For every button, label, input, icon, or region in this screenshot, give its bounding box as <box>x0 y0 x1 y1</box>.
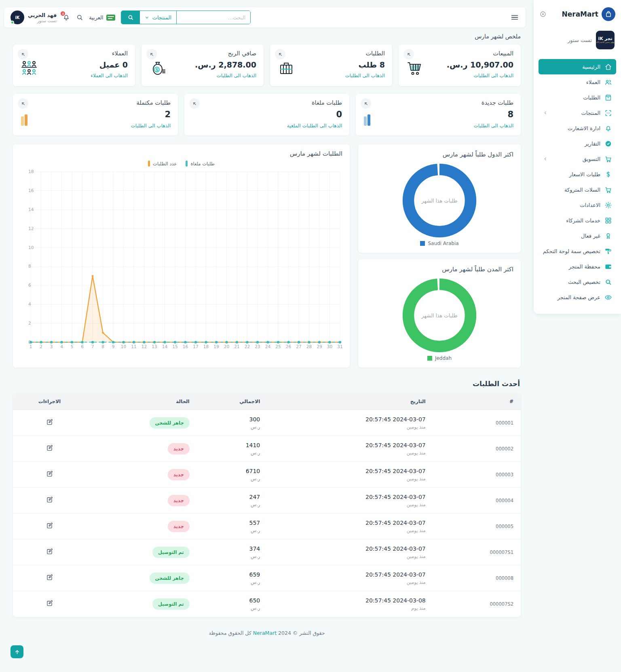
svg-text:9: 9 <box>112 344 115 349</box>
user-menu[interactable]: فهد الحربي تست ستور iK <box>11 11 57 24</box>
edit-order-button[interactable] <box>46 496 53 503</box>
search-category-select[interactable]: المنتجات <box>140 11 177 24</box>
card-title: صافي الربح <box>149 50 256 57</box>
stat-card: طلبات مكتملة 2 الذهاب الى الطلبات <box>13 94 178 135</box>
sidebar-item-9[interactable]: الاعدادات <box>539 197 616 213</box>
global-search-icon[interactable] <box>76 14 83 21</box>
sidebar-item-10[interactable]: خدمات الشركاء <box>539 213 616 228</box>
edit-order-button[interactable] <box>46 522 53 529</box>
card-link[interactable]: الذهاب الى الطلبات <box>363 123 513 129</box>
card-link[interactable]: الذهاب الى الطلبات الملغية <box>192 123 342 129</box>
sidebar-item-2[interactable]: الطلبات <box>539 90 616 105</box>
status-badge: جاهز للشحن <box>150 573 190 584</box>
orders-line-chart: 0246810121416181234567891011121314151617… <box>20 167 342 353</box>
card-title: طلبات ملغاة <box>192 99 342 106</box>
card-expand-button[interactable] <box>361 98 371 109</box>
order-total: 6710 <box>204 468 260 474</box>
brand[interactable]: NeraMart <box>562 7 615 21</box>
order-total: 300 <box>204 416 260 423</box>
edit-order-button[interactable] <box>46 470 53 478</box>
edit-order-button[interactable] <box>46 418 53 426</box>
sidebar-item-11[interactable]: غير فعال <box>539 228 616 243</box>
sidebar-item-7[interactable]: طلبات الاسعار <box>539 167 616 182</box>
scroll-top-button[interactable] <box>11 645 23 658</box>
sidebar-item-8[interactable]: السلات المتروكة <box>539 182 616 197</box>
footer-brand-link[interactable]: NeraMart <box>253 630 277 636</box>
order-date: 2024-03-07 20:57:45 <box>275 494 425 500</box>
sidebar-item-label: تخصيص سمة لوحة التحكم <box>543 248 600 254</box>
order-actions-cell <box>13 565 86 591</box>
sidebar-item-14[interactable]: تخصيص البحث <box>539 274 616 290</box>
users-icon <box>604 78 612 86</box>
orders-table-card: #التاريخالاجماليالحالةالاجراءات 000001 2… <box>13 393 521 617</box>
order-status-cell: جديد <box>86 488 197 514</box>
order-currency: ر.س <box>204 554 260 559</box>
donut-center-label: طلبات هذا الشهر <box>401 277 478 354</box>
card-expand-button[interactable] <box>403 49 414 59</box>
sidebar-item-5[interactable]: التقارير <box>539 136 616 151</box>
hamburger-icon[interactable] <box>510 13 519 22</box>
svg-text:16: 16 <box>183 344 188 349</box>
status-badge: جديد <box>168 443 190 454</box>
card-expand-button[interactable] <box>146 49 157 59</box>
order-id: 000004 <box>433 488 521 514</box>
chart-legend-item[interactable]: Saudi Arabia <box>365 241 513 246</box>
brand-bag-icon <box>602 7 615 21</box>
svg-text:21: 21 <box>234 344 239 349</box>
donut-chart: طلبات هذا الشهر <box>401 162 478 239</box>
sidebar-item-4[interactable]: ادارة الاشعارت <box>539 120 616 136</box>
order-status-cell: جديد <box>86 462 197 488</box>
card-link[interactable]: الذهاب الى الطلبات <box>20 123 171 129</box>
sidebar-item-6[interactable]: التسويق <box>539 151 616 167</box>
svg-text:23: 23 <box>255 344 260 349</box>
edit-order-button[interactable] <box>46 444 53 452</box>
edit-order-button[interactable] <box>46 573 53 581</box>
order-currency: ر.س <box>204 502 260 507</box>
language-switcher[interactable]: العربية <box>89 15 115 21</box>
order-date-relative: منذ يومين <box>275 502 425 507</box>
card-value: 0 <box>192 110 342 119</box>
chart-legend-item[interactable]: عدد الطلبات <box>148 161 177 167</box>
status-badge: جاهز للشحن <box>150 417 190 429</box>
order-actions-cell <box>13 462 86 488</box>
eye-icon <box>604 294 612 301</box>
card-expand-button[interactable] <box>189 98 200 109</box>
order-total-cell: 557ر.س <box>197 514 268 539</box>
sidebar-header: NeraMart <box>534 6 621 25</box>
order-total-cell: 650ر.س <box>197 591 268 617</box>
check-circle-icon <box>604 140 612 148</box>
sidebar-pin-icon[interactable] <box>539 11 547 18</box>
donut-center-label: طلبات هذا الشهر <box>401 162 478 239</box>
sidebar-item-15[interactable]: عرض صفحة المتجر <box>539 290 616 305</box>
svg-text:2: 2 <box>28 321 31 325</box>
card-expand-button[interactable] <box>275 49 285 59</box>
edit-order-button[interactable] <box>46 599 53 607</box>
legend-swatch <box>420 241 425 246</box>
svg-text:18: 18 <box>203 344 209 349</box>
order-date: 2024-03-07 20:57:45 <box>275 545 425 552</box>
status-badge: تم التوصيل <box>152 547 190 558</box>
card-expand-button[interactable] <box>18 49 28 59</box>
legend-swatch <box>148 161 150 167</box>
table-row: 000007S1 2024-03-07 20:57:45منذ يومين 37… <box>13 539 521 565</box>
search-input[interactable] <box>177 11 250 24</box>
sidebar-item-3[interactable]: المنتجات <box>539 105 616 120</box>
notifications-bell-icon[interactable]: 4 <box>62 13 70 21</box>
card-expand-button[interactable] <box>18 98 28 109</box>
search-icon <box>604 278 612 286</box>
chart-legend-item[interactable]: Jeddah <box>365 355 513 361</box>
summary-title: ملخص لشهر مارس <box>13 33 521 40</box>
stat-card: طلبات ملغاة 0 الذهاب الى الطلبات الملغية <box>184 94 349 135</box>
edit-order-button[interactable] <box>46 547 53 555</box>
svg-text:29: 29 <box>317 344 322 349</box>
svg-text:18: 18 <box>28 170 34 174</box>
sidebar-item-label: عرض صفحة المتجر <box>558 294 600 300</box>
sidebar-item-12[interactable]: تخصيص سمة لوحة التحكم <box>539 243 616 259</box>
search-button[interactable] <box>121 11 140 24</box>
chart-legend-item[interactable]: طلبات ملغاة <box>186 161 214 167</box>
sidebar-item-1[interactable]: العملاء <box>539 74 616 90</box>
order-total-cell: 374ر.س <box>197 539 268 565</box>
sidebar-item-13[interactable]: محفظة المتجر <box>539 259 616 274</box>
sidebar-item-0[interactable]: الرئيسية <box>539 59 616 74</box>
svg-text:24: 24 <box>265 344 270 349</box>
